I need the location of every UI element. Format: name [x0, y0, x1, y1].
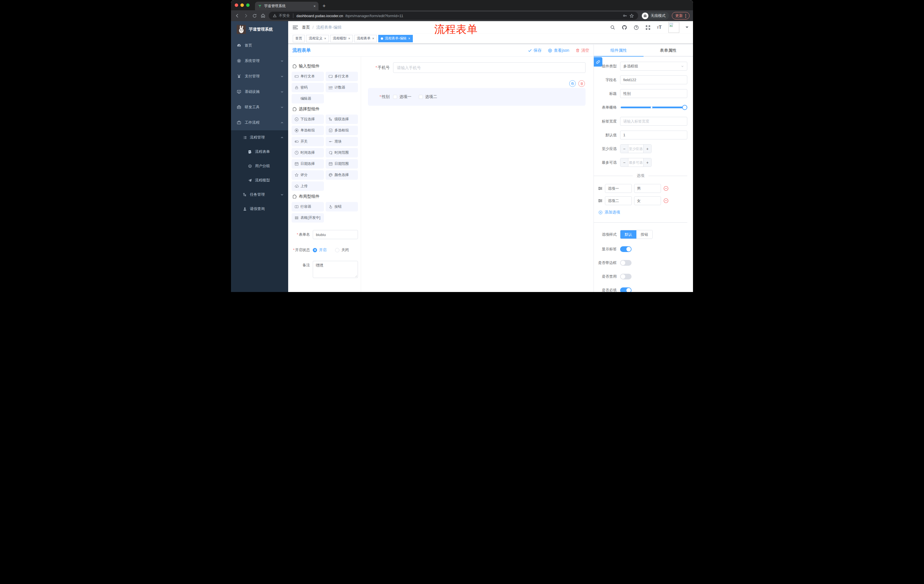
gender-option-2[interactable]: 选项二	[419, 94, 437, 99]
selected-gender-widget[interactable]: *性别 选项一 选项二	[368, 88, 586, 106]
decrement-button[interactable]: −	[620, 145, 629, 153]
clear-button[interactable]: 清空	[576, 48, 589, 53]
palette-item-counter[interactable]: 123计数器	[326, 83, 358, 92]
bookmark-star-icon[interactable]	[629, 13, 634, 18]
palette-item-rate[interactable]: 评分	[292, 170, 324, 180]
avatar-caret-icon[interactable]	[686, 26, 688, 30]
palette-item-color-picker[interactable]: 颜色选择	[326, 170, 358, 180]
sidebar-item-process-mgmt[interactable]: 流程管理	[231, 130, 288, 145]
form-remark-textarea[interactable]: 嘿嘿	[313, 261, 358, 278]
tag-process-definition[interactable]: 流程定义×	[306, 35, 329, 42]
sidebar-item-devtools[interactable]: 研发工具	[231, 99, 288, 115]
add-option-button[interactable]: 添加选项	[598, 210, 687, 215]
reload-icon[interactable]	[252, 13, 257, 18]
checkbox-icon[interactable]	[393, 95, 397, 99]
status-radio-on[interactable]: 开启	[313, 247, 327, 253]
default-value-input[interactable]	[620, 131, 687, 140]
minimize-window-button[interactable]	[241, 3, 244, 7]
forward-icon[interactable]	[243, 13, 249, 18]
palette-item-date-range[interactable]: 日期范围	[326, 159, 358, 169]
checkbox-icon[interactable]	[419, 95, 423, 99]
avatar[interactable]	[668, 22, 679, 33]
increment-button[interactable]: +	[643, 158, 651, 166]
form-canvas[interactable]: *手机号 *性别 选项一 选项二	[361, 57, 594, 292]
view-json-button[interactable]: 查看json	[548, 48, 569, 53]
palette-item-cascader[interactable]: 级联选择	[326, 115, 358, 124]
close-icon[interactable]: ×	[348, 36, 350, 41]
tab-form-props[interactable]: 表单属性	[644, 44, 693, 57]
palette-item-checkbox-group[interactable]: 多选框组	[326, 126, 358, 135]
sidebar-item-user-group[interactable]: 用户分组	[231, 159, 288, 173]
close-icon[interactable]: ×	[408, 36, 410, 41]
search-icon[interactable]	[610, 25, 615, 30]
disabled-toggle[interactable]	[620, 274, 632, 280]
sidebar-item-home[interactable]: 首页	[231, 38, 288, 53]
palette-item-time-picker[interactable]: 时间选择	[292, 148, 324, 158]
palette-item-textarea[interactable]: 多行文本	[326, 72, 358, 81]
tag-home[interactable]: 首页	[293, 35, 305, 42]
tag-process-form-edit[interactable]: 流程表单-编辑×	[378, 35, 413, 42]
sidebar-item-system[interactable]: 系统管理	[231, 53, 288, 69]
tab-close-icon[interactable]: ×	[314, 4, 316, 8]
form-grid-slider[interactable]	[621, 107, 685, 108]
title-input[interactable]	[620, 89, 687, 98]
breadcrumb-home[interactable]: 首页	[302, 25, 310, 30]
remove-option-icon[interactable]	[663, 186, 669, 191]
palette-item-date-picker[interactable]: 日期选择	[292, 159, 324, 169]
remove-option-icon[interactable]	[663, 198, 669, 204]
palette-item-table[interactable]: 表格[开发中]	[292, 213, 324, 222]
drag-handle-icon[interactable]	[598, 198, 603, 203]
sidebar-item-process-model[interactable]: 流程模型	[231, 173, 288, 188]
option-label-input[interactable]	[605, 184, 632, 193]
sidebar-toggle-icon[interactable]	[293, 26, 298, 29]
close-icon[interactable]: ×	[372, 36, 374, 41]
new-tab-button[interactable]: +	[322, 3, 326, 8]
sidebar-item-leave-query[interactable]: 请假查询	[231, 202, 288, 216]
delete-widget-icon[interactable]	[578, 80, 585, 87]
required-toggle[interactable]	[620, 288, 632, 292]
close-window-button[interactable]	[235, 3, 238, 7]
sidebar-item-payment[interactable]: 支付管理	[231, 69, 288, 84]
phone-field-input[interactable]	[393, 62, 586, 73]
home-icon[interactable]	[260, 13, 266, 18]
back-icon[interactable]	[234, 13, 240, 18]
option-label-input[interactable]	[605, 196, 632, 205]
palette-item-editor[interactable]: 编辑器	[292, 94, 324, 104]
palette-item-time-range[interactable]: 时间范围	[326, 148, 358, 158]
close-icon[interactable]: ×	[324, 36, 326, 41]
sidebar-item-infra[interactable]: 基础设施	[231, 84, 288, 99]
component-type-select[interactable]: 多选框组	[620, 62, 687, 71]
tag-process-form[interactable]: 流程表单×	[354, 35, 377, 42]
palette-item-text-input[interactable]: 单行文本	[292, 72, 324, 81]
decrement-button[interactable]: −	[620, 158, 629, 166]
status-radio-off[interactable]: 关闭	[335, 247, 349, 253]
min-select-input[interactable]	[629, 145, 643, 153]
sidebar-item-task-mgmt[interactable]: 任务管理	[231, 188, 288, 202]
palette-item-switch[interactable]: 开关	[292, 137, 324, 146]
palette-item-select[interactable]: 下拉选择	[292, 115, 324, 124]
browser-tab[interactable]: 芋道管理系统 ×	[255, 2, 318, 10]
option-value-input[interactable]	[634, 196, 661, 205]
sidebar-item-process-form[interactable]: 流程表单	[231, 145, 288, 159]
palette-item-radio-group[interactable]: 单选框组	[292, 126, 324, 135]
palette-item-upload[interactable]: 上传	[292, 181, 324, 191]
window-controls[interactable]	[235, 3, 249, 7]
github-icon[interactable]	[622, 25, 627, 30]
zoom-window-button[interactable]	[246, 3, 249, 7]
palette-item-slider[interactable]: 滑块	[326, 137, 358, 146]
border-toggle[interactable]	[620, 260, 632, 266]
phone-field[interactable]: *手机号	[368, 62, 586, 73]
tag-process-model[interactable]: 流程模型×	[330, 35, 353, 42]
address-bar[interactable]: 不安全 dashboard.yudao.iocoder.cn/bpm/manag…	[269, 12, 638, 20]
slider-handle[interactable]	[682, 105, 687, 110]
drag-handle-icon[interactable]	[598, 186, 603, 191]
max-select-input[interactable]	[629, 158, 643, 166]
field-name-input[interactable]	[620, 76, 687, 84]
sidebar-item-workflow[interactable]: 工作流程	[231, 115, 288, 130]
tab-component-props[interactable]: 组件属性	[594, 44, 644, 57]
font-size-icon[interactable]: TT	[657, 25, 662, 30]
fullscreen-icon[interactable]	[645, 25, 651, 30]
palette-item-row-container[interactable]: 行容器	[292, 202, 324, 211]
help-icon[interactable]	[634, 25, 639, 30]
style-default-button[interactable]: 默认	[620, 230, 636, 239]
